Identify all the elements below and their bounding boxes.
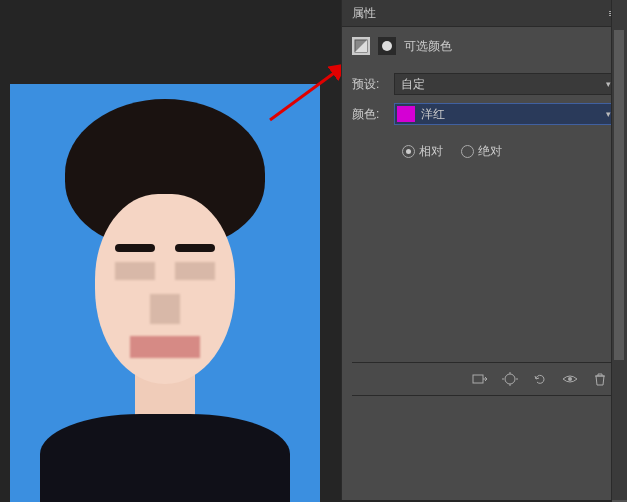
properties-panel: 属性 ≡ 可选颜色 预设: 自定 ▾ 颜色: 洋红 ▾ 相对 绝对 — [341, 0, 627, 500]
canvas-image — [10, 84, 320, 502]
relative-radio[interactable]: 相对 — [402, 143, 443, 160]
preset-label: 预设: — [352, 76, 388, 93]
trash-icon[interactable] — [591, 370, 609, 388]
portrait — [10, 84, 320, 502]
color-select[interactable]: 洋红 ▾ — [394, 103, 617, 125]
color-label: 颜色: — [352, 106, 388, 123]
svg-point-2 — [382, 41, 392, 51]
absolute-radio[interactable]: 绝对 — [461, 143, 502, 160]
panel-header: 可选颜色 — [342, 27, 627, 69]
svg-rect-3 — [473, 375, 483, 383]
preset-value: 自定 — [401, 76, 425, 93]
svg-point-4 — [505, 374, 515, 384]
color-value: 洋红 — [421, 106, 445, 123]
panel-tabbar: 属性 ≡ — [342, 0, 627, 27]
view-icon[interactable] — [501, 370, 519, 388]
visibility-icon[interactable] — [561, 370, 579, 388]
panel-scrollbar[interactable] — [611, 0, 627, 500]
svg-point-5 — [568, 377, 572, 381]
panel-title: 可选颜色 — [404, 38, 452, 55]
mask-icon — [378, 37, 396, 55]
panel-footer — [352, 362, 617, 396]
adjustment-icon — [352, 37, 370, 55]
reset-icon[interactable] — [531, 370, 549, 388]
clip-icon[interactable] — [471, 370, 489, 388]
preset-select[interactable]: 自定 ▾ — [394, 73, 617, 95]
color-swatch — [397, 106, 415, 122]
panel-tab[interactable]: 属性 — [352, 5, 376, 22]
mode-radios: 相对 绝对 — [342, 135, 627, 172]
color-row: 颜色: 洋红 ▾ — [342, 99, 627, 129]
preset-row: 预设: 自定 ▾ — [342, 69, 627, 99]
